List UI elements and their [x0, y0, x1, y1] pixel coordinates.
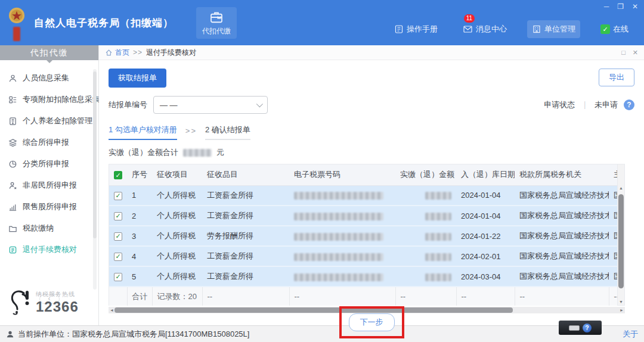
status-divider: ｜: [581, 100, 589, 110]
cell-amount-masked: [425, 233, 451, 241]
sidebar-item-special-deduction[interactable]: 专项附加扣除信息采集: [0, 89, 98, 110]
statement-number-select[interactable]: — —: [153, 96, 268, 114]
cell-receipt-masked: [294, 213, 383, 220]
col-authority: 税款所属税务机关: [515, 164, 609, 185]
window-close-button[interactable]: ✕: [632, 2, 638, 11]
menu-manual[interactable]: 操作手册: [389, 20, 442, 38]
col-amount: 实缴（退）金额: [395, 164, 456, 185]
tab-withholding[interactable]: 代扣代缴: [196, 7, 237, 39]
col-supervisor: 主管: [609, 164, 618, 185]
header-menu: 操作手册 11 消息中心 单位管理 ✓ 在线: [389, 20, 633, 38]
sidebar-item-label: 个人养老金扣除管理: [23, 116, 92, 126]
next-row: 下一步 ?: [109, 305, 634, 340]
ime-toolbar[interactable]: ?: [559, 321, 602, 335]
cell-date: 2024-01-04: [456, 206, 515, 226]
briefcase-icon: [209, 10, 224, 24]
app-window: 自然人电子税务局（扣缴端） 代扣代缴 操作手册 11 消息中心: [0, 0, 644, 342]
sidebar-item-label: 分类所得申报: [23, 158, 69, 169]
next-step-button[interactable]: 下一步: [349, 313, 395, 331]
cell-no: 2: [127, 206, 152, 226]
sidebar-item-comprehensive-income[interactable]: 综合所得申报: [0, 132, 98, 153]
sidebar-item-personnel-info[interactable]: 人员信息采集: [0, 67, 98, 89]
hotline-block: 纳税服务热线 12366: [6, 288, 79, 317]
cell-receipt-masked: [294, 233, 383, 241]
summary-row: 实缴（退）金额合计 元: [109, 147, 634, 158]
breadcrumb-home[interactable]: 首页: [105, 48, 129, 58]
step-2-tab[interactable]: 2 确认结报单: [205, 125, 250, 140]
panel-controls: □ ✕: [621, 49, 638, 57]
window-minimize-button[interactable]: ─: [604, 2, 609, 11]
panel-close-button[interactable]: ✕: [633, 49, 638, 57]
cell-authority: 国家税务总局宣城经济技术...: [515, 206, 609, 226]
menu-messages[interactable]: 11 消息中心: [458, 20, 512, 38]
panel-maximize-button[interactable]: □: [621, 49, 626, 57]
cell-no: 1: [127, 185, 152, 206]
table-row[interactable]: ✓ 2 个人所得税 工资薪金所得 2024-01-04 国家税务总局宣城经济技术…: [109, 206, 618, 226]
keyboard-icon: [569, 325, 580, 331]
sidebar-item-classified-income[interactable]: 分类所得申报: [0, 153, 98, 175]
chevron-down-icon: [256, 101, 263, 107]
home-icon: [105, 49, 113, 57]
person-icon: [8, 74, 17, 83]
scroll-down-icon[interactable]: ▼: [618, 300, 624, 304]
col-date: 入（退）库日期: [456, 164, 515, 185]
sidebar-menu: 人员信息采集 专项附加扣除信息采集 个人养老金扣除管理 综合所得申报 分类所得申…: [0, 60, 98, 260]
steps-row: 1 勾选单户核对清册 >> 2 确认结报单: [109, 125, 634, 140]
statement-number-value: — —: [160, 101, 178, 110]
breadcrumb-current: 退付手续费核对: [146, 48, 196, 58]
row-checkbox[interactable]: ✓: [114, 273, 122, 281]
doc-lines-icon: [8, 245, 17, 254]
body: 代扣代缴 人员信息采集 专项附加扣除信息采集 个人养老金扣除管理 综合所得申报: [0, 45, 644, 325]
cell-receipt-masked: [294, 253, 383, 261]
sidebar-scrollbar[interactable]: [93, 69, 97, 290]
folder-icon: [8, 224, 17, 233]
export-button[interactable]: 导出: [599, 69, 634, 86]
sidebar-item-nonresident-income[interactable]: 非居民所得申报: [0, 175, 98, 196]
col-item: 征收项目: [152, 164, 202, 185]
table-row[interactable]: ✓ 4 个人所得税 工资薪金所得 2024-02-01 国家税务总局宣城经济技术…: [109, 246, 618, 266]
select-all-checkbox[interactable]: ✓: [114, 171, 122, 179]
sidebar-item-label: 税款缴纳: [23, 223, 54, 234]
scroll-up-icon[interactable]: ▲: [618, 186, 624, 190]
row-checkbox[interactable]: ✓: [114, 212, 122, 220]
menu-org-label: 单位管理: [544, 24, 575, 35]
vertical-scrollbar-thumb[interactable]: [618, 194, 624, 288]
sidebar-item-restricted-stock[interactable]: 限售股所得申报: [0, 196, 98, 217]
cell-supervisor: 国家: [609, 206, 618, 226]
cell-no: 3: [127, 226, 152, 246]
row-checkbox[interactable]: ✓: [114, 192, 122, 200]
summary-label: 实缴（退）金额合计: [109, 147, 178, 158]
cell-authority: 国家税务总局宣城经济技术...: [515, 226, 609, 246]
step-1-tab[interactable]: 1 勾选单户核对清册: [109, 125, 177, 140]
sidebar-scrollbar-thumb[interactable]: [93, 71, 97, 238]
help-icon[interactable]: ?: [624, 100, 634, 110]
sidebar-item-tax-payment[interactable]: 税款缴纳: [0, 217, 98, 239]
toolbar-row: 获取结报单 导出: [109, 69, 634, 88]
table-row[interactable]: ✓ 5 个人所得税 工资薪金所得 2024-03-04 国家税务总局宣城经济技术…: [109, 266, 618, 287]
table-row[interactable]: ✓ 3 个人所得税 劳务报酬所得 2024-01-22 国家税务总局宣城经济技术…: [109, 226, 618, 246]
sidebar-item-pension-deduction[interactable]: 个人养老金扣除管理: [0, 110, 98, 132]
row-checkbox[interactable]: ✓: [114, 253, 122, 261]
person-x-icon: [8, 181, 17, 190]
table-vertical-scrollbar[interactable]: ▲ ▼: [618, 164, 625, 306]
cell-amount-masked: [425, 273, 451, 281]
menu-online-status[interactable]: ✓ 在线: [596, 20, 633, 38]
sidebar-item-label: 限售股所得申报: [23, 201, 77, 212]
breadcrumb-separator: >>: [133, 48, 143, 57]
cell-date: 2024-02-01: [456, 246, 515, 266]
cell-amount-masked: [425, 253, 451, 261]
logo-seal-text: [13, 27, 20, 41]
envelope-icon: [463, 24, 473, 34]
menu-org-management[interactable]: 单位管理: [527, 20, 580, 38]
window-restore-button[interactable]: ❐: [617, 2, 624, 11]
cell-subitem: 工资薪金所得: [202, 206, 289, 226]
fetch-statement-button[interactable]: 获取结报单: [109, 69, 166, 88]
row-checkbox[interactable]: ✓: [114, 232, 122, 241]
col-no: 序号: [127, 164, 152, 185]
sidebar-item-refund-fee-check[interactable]: 退付手续费核对: [0, 239, 98, 260]
message-count-badge: 11: [464, 14, 475, 23]
window-controls: ─ ❐ ✕: [604, 2, 638, 11]
table-row[interactable]: ✓ 1 个人所得税 工资薪金所得 2024-01-04 国家税务总局宣城经济技术…: [109, 185, 618, 206]
breadcrumb: 首页 >> 退付手续费核对 □ ✕: [99, 45, 644, 60]
statement-table: ✓ 序号 征收项目 征收品目 电子税票号码 实缴（退）金额 入（退）库日期 税款…: [109, 164, 618, 306]
